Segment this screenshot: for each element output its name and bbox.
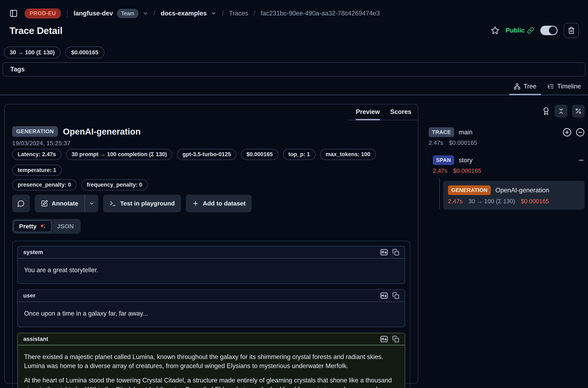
chevron-down-icon[interactable] (142, 10, 148, 16)
trace-name: main (459, 129, 473, 136)
tab-timeline[interactable]: Timeline (543, 81, 586, 95)
public-toggle[interactable] (540, 26, 558, 35)
span-name: story (459, 157, 473, 164)
assistant-paragraph: There existed a majestic planet called L… (24, 352, 398, 370)
comment-icon (17, 200, 25, 207)
message-content: You are a great storyteller. (18, 259, 405, 283)
chevron-down-icon (89, 201, 94, 206)
comments-button[interactable] (12, 194, 30, 212)
minus-icon (578, 157, 585, 164)
tree-node-trace[interactable]: TRACE main (429, 127, 585, 137)
collapse-all-button[interactable] (555, 105, 567, 118)
message-header-icons (380, 248, 399, 256)
copy-icon (392, 336, 399, 342)
expand-all-button[interactable] (563, 128, 571, 137)
temperature-pill: temperature: 1 (12, 165, 62, 176)
message-header: system (18, 246, 405, 258)
copy-button[interactable] (392, 336, 399, 342)
frequency-penalty-pill: frequency_penalty: 0 (81, 179, 148, 191)
message-role: user (23, 292, 35, 299)
star-icon (491, 26, 499, 35)
trace-cost-pill: $0.000165 (65, 47, 104, 58)
breadcrumb-separator: / (254, 10, 256, 17)
add-to-dataset-button[interactable]: Add to dataset (186, 194, 252, 212)
circle-plus-icon (563, 128, 571, 137)
view-tabs: Tree Timeline (0, 81, 588, 95)
observation-metrics-row-2: presence_penalty: 0 frequency_penalty: 0 (12, 179, 410, 191)
message-content: Once upon a time in a galaxy far, far aw… (18, 302, 405, 327)
public-link[interactable]: Public (506, 27, 534, 34)
annotate-label: Annotate (52, 200, 78, 207)
tags-label: Tags (10, 66, 25, 73)
tree-node-span[interactable]: SPAN story 2.47s $0.000165 (433, 155, 585, 210)
span-type-badge: SPAN (433, 155, 454, 165)
messages-container: system (12, 241, 410, 388)
markdown-toggle-button[interactable] (380, 248, 388, 256)
tags-section[interactable]: Tags (2, 62, 586, 76)
markdown-icon (380, 248, 388, 256)
sidebar-toggle-button[interactable] (9, 9, 18, 18)
tab-tree[interactable]: Tree (509, 81, 541, 95)
message-header: user (18, 290, 405, 301)
delete-trace-button[interactable] (564, 23, 579, 38)
tab-preview[interactable]: Preview (356, 108, 380, 120)
toggle-metrics-button[interactable] (572, 105, 585, 118)
tree-node-generation[interactable]: GENERATION OpenAI-generation 2.47s 30 → … (443, 181, 585, 210)
observation-title: OpenAI-generation (63, 127, 141, 137)
markdown-toggle-button[interactable] (380, 335, 388, 343)
latency-pill: Latency: 2.47s (12, 149, 62, 160)
annotate-pen-icon (41, 200, 48, 207)
copy-button[interactable] (392, 292, 399, 299)
top-p-pill: top_p: 1 (283, 149, 316, 160)
sparkles-icon (40, 223, 46, 230)
annotate-button[interactable]: Annotate (35, 194, 85, 212)
observation-preview-panel: Preview Scores GENERATION OpenAI-generat… (4, 104, 418, 384)
org-plan-badge: Team (117, 9, 138, 18)
assistant-paragraph: At the heart of Lumina stood the towerin… (24, 376, 398, 388)
collapse-level-button[interactable] (576, 128, 585, 137)
annotate-split-button: Annotate (35, 194, 98, 212)
format-json-button[interactable]: JSON (52, 221, 79, 232)
copy-button[interactable] (392, 249, 399, 256)
test-in-playground-button[interactable]: Test in playground (103, 194, 181, 212)
breadcrumb-org[interactable]: langfuse-dev (74, 10, 113, 17)
generation-name: OpenAI-generation (495, 187, 549, 194)
link-icon (527, 27, 534, 34)
circle-minus-icon (576, 128, 585, 137)
tree-expand-controls (563, 128, 585, 137)
observation-metrics-row-1: Latency: 2.47s 30 prompt → 100 completio… (12, 149, 410, 176)
generation-tokens: 30 → 100 (Σ 130) (468, 198, 515, 205)
markdown-toggle-button[interactable] (380, 291, 388, 300)
bookmark-star-button[interactable] (491, 26, 499, 35)
scores-annotation-button[interactable] (542, 107, 550, 115)
message-content: There existed a majestic planet called L… (18, 345, 405, 388)
tree-node-generation-wrapper: GENERATION OpenAI-generation 2.47s 30 → … (443, 181, 585, 210)
title-row: Trace Detail Public (0, 22, 588, 39)
tree-icon (514, 83, 520, 90)
trash-icon (568, 27, 575, 34)
pretty-label: Pretty (19, 223, 37, 230)
breadcrumb-separator: / (154, 10, 156, 17)
chevron-down-icon[interactable] (211, 10, 217, 16)
tab-scores[interactable]: Scores (390, 108, 411, 120)
format-pretty-button[interactable]: Pretty (14, 220, 52, 232)
tab-timeline-label: Timeline (557, 83, 581, 90)
span-cost: $0.000165 (453, 168, 481, 174)
terminal-icon (109, 200, 116, 207)
annotate-dropdown-button[interactable] (85, 194, 98, 212)
trace-metrics-row: 30 → 100 (Σ 130) $0.000165 (0, 47, 588, 58)
collapse-span-button[interactable] (578, 157, 585, 164)
generation-cost: $0.000165 (521, 198, 549, 205)
breadcrumb-traces-link[interactable]: Traces (229, 10, 248, 17)
markdown-icon (380, 335, 388, 343)
chevrons-down-up-icon (558, 108, 565, 115)
add-to-dataset-label: Add to dataset (203, 200, 246, 207)
max-tokens-pill: max_tokens: 100 (320, 149, 376, 160)
generation-type-badge: GENERATION (448, 185, 491, 195)
trace-detail-page: PROD-EU langfuse-dev Team / docs-example… (0, 0, 588, 384)
breadcrumb-project[interactable]: docs-examples (160, 10, 207, 17)
generation-latency: 2.47s (448, 198, 463, 205)
percent-icon (575, 108, 582, 115)
model-pill[interactable]: gpt-3.5-turbo-0125 (177, 149, 236, 160)
main-content: Preview Scores GENERATION OpenAI-generat… (0, 104, 588, 384)
